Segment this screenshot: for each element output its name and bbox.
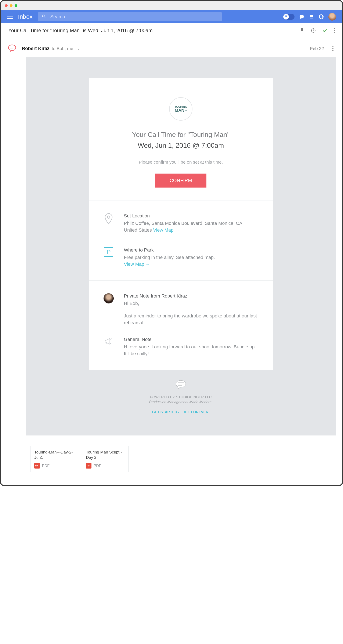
- parking-map-link[interactable]: View Map →: [124, 262, 150, 267]
- attachment-title: Touring-Man---Day-2-Jun1: [34, 450, 73, 460]
- footer-powered: POWERED BY STUDIOBINDER LLC: [26, 395, 336, 400]
- account-avatar[interactable]: [329, 13, 336, 20]
- megaphone-icon: [103, 337, 114, 347]
- touring-man-logo: TOURING MAN ✈: [169, 97, 192, 120]
- private-note-label: Private Note from Robert Kiraz: [124, 293, 258, 299]
- subject-bar: Your Call Time for "Touring Man" is Wed,…: [1, 23, 342, 38]
- pdf-icon: PDF: [34, 463, 40, 468]
- expand-recipients-icon[interactable]: ⌄: [75, 46, 80, 51]
- inbox-label[interactable]: Inbox: [18, 13, 33, 20]
- message-date: Feb 22: [310, 46, 324, 51]
- menu-button[interactable]: [7, 14, 13, 19]
- maximize-window-icon[interactable]: [14, 4, 17, 7]
- parking-label: Where to Park: [124, 247, 258, 253]
- svg-point-5: [107, 216, 110, 218]
- attachment-card[interactable]: Touring Man Script - Day 2 PDF PDF: [82, 446, 128, 472]
- view-map-link[interactable]: View Map →: [153, 228, 179, 233]
- snooze-icon[interactable]: [311, 28, 316, 33]
- search-icon: [41, 14, 46, 20]
- notifications-icon[interactable]: [319, 14, 324, 19]
- confirm-prompt: Please confirm you'll be on set at this …: [101, 160, 260, 165]
- attachment-type: PDF: [94, 464, 101, 468]
- call-time-datetime: Wed, Jun 1, 2016 @ 7:00am: [101, 142, 260, 150]
- sender-recipients[interactable]: to Bob, me: [52, 46, 73, 51]
- search-field[interactable]: [38, 12, 222, 21]
- done-icon[interactable]: [322, 28, 327, 33]
- private-note-body: Just a reminder to bring the wardrobe we…: [124, 312, 258, 326]
- pin-icon: [283, 14, 289, 20]
- minimize-window-icon[interactable]: [10, 4, 12, 7]
- attachment-card[interactable]: Touring-Man---Day-2-Jun1 PDF PDF: [30, 446, 77, 472]
- parking-icon: P: [103, 247, 114, 258]
- email-body: TOURING MAN ✈ Your Call Time for "Tourin…: [26, 57, 336, 436]
- general-note-body: HI everyone. Looking forward to our shoo…: [124, 344, 258, 357]
- confirm-button[interactable]: CONFIRM: [155, 174, 206, 188]
- sender-logo-icon: [7, 44, 17, 54]
- studiobinder-logo-icon: [26, 380, 336, 390]
- apps-icon[interactable]: [309, 14, 314, 19]
- window-titlebar: [1, 1, 342, 10]
- message-more-icon[interactable]: [333, 46, 334, 51]
- note-avatar: [103, 293, 114, 304]
- chat-icon[interactable]: [299, 14, 304, 19]
- general-note-label: General Note: [124, 337, 258, 342]
- footer-cta-link[interactable]: GET STARTED - FREE FOREVER!: [26, 410, 336, 414]
- sender-row: Robert Kiraz to Bob, me ⌄ Feb 22: [7, 42, 336, 57]
- close-window-icon[interactable]: [5, 4, 8, 7]
- more-menu-icon[interactable]: [334, 28, 335, 33]
- pin-toggle[interactable]: [283, 14, 295, 20]
- svg-point-6: [176, 380, 186, 387]
- email-subject: Your Call Time for "Touring Man" is Wed,…: [8, 28, 153, 34]
- private-note-greeting: Hi Bob,: [124, 300, 258, 307]
- call-time-heading: Your Call Time for "Touring Man": [101, 131, 260, 138]
- attachment-title: Touring Man Script - Day 2: [86, 450, 124, 460]
- pin-icon[interactable]: [299, 28, 305, 33]
- pdf-icon: PDF: [86, 463, 91, 468]
- parking-text: Free parking in the alley. See attached …: [124, 254, 258, 261]
- attachments-list: Touring-Man---Day-2-Jun1 PDF PDF Touring…: [30, 446, 336, 472]
- location-address: Philz Coffee, Santa Monica Boulevard, Sa…: [124, 220, 258, 234]
- location-label: Set Location: [124, 213, 258, 219]
- location-pin-icon: [103, 213, 114, 223]
- footer-tagline: Production Management Made Modern.: [26, 400, 336, 404]
- sender-name: Robert Kiraz: [22, 46, 49, 51]
- search-input[interactable]: [50, 14, 218, 20]
- attachment-type: PDF: [42, 464, 49, 468]
- app-header: Inbox: [1, 10, 342, 23]
